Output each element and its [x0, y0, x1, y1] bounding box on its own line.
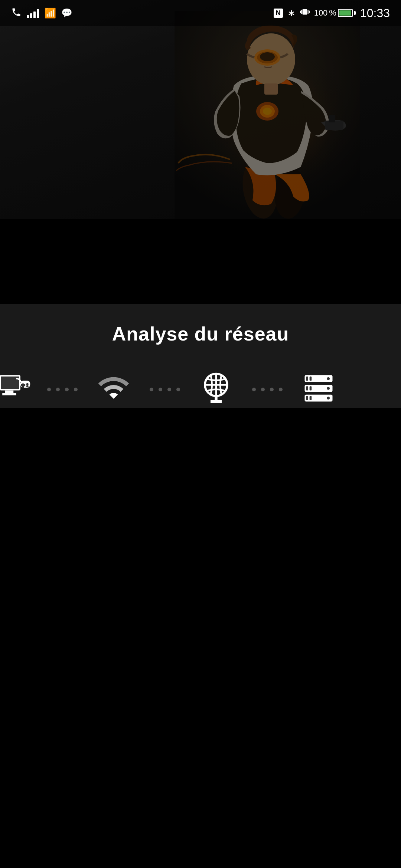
wifi-icon-wrapper: [93, 367, 134, 408]
server-icon: [302, 371, 335, 404]
hero-overlay: [0, 0, 401, 219]
svg-rect-17: [2, 393, 16, 395]
globe-icon: [199, 371, 233, 404]
black-gap: [0, 219, 401, 304]
globe-icon-wrapper: [196, 367, 237, 408]
svg-rect-38: [310, 396, 312, 400]
gamepad-icon-wrapper: [0, 367, 35, 408]
wifi-icon: [97, 371, 130, 404]
svg-point-22: [26, 385, 29, 387]
dot: [252, 388, 256, 391]
dot: [74, 388, 78, 391]
svg-rect-37: [306, 396, 308, 400]
vibrate-icon: [300, 7, 310, 19]
nfc-icon: N: [274, 9, 283, 18]
dot: [261, 388, 265, 391]
signal-icon: [27, 8, 39, 18]
dot: [167, 388, 171, 391]
connector-3: [246, 388, 289, 391]
svg-point-21: [26, 383, 29, 385]
dot: [47, 388, 51, 391]
gamepad-icon: [0, 371, 32, 404]
bluetooth-icon: ∗: [287, 7, 296, 19]
server-icon-wrapper: [298, 367, 339, 408]
status-left-icons: 📶 💬: [11, 7, 72, 19]
bottom-section: [0, 408, 401, 868]
svg-point-35: [327, 387, 330, 390]
svg-point-39: [327, 397, 330, 400]
svg-rect-16: [5, 391, 14, 394]
svg-rect-34: [310, 386, 312, 390]
wifi-status-icon: 📶: [44, 7, 56, 19]
messenger-icon: 💬: [61, 8, 72, 18]
status-time: 10:33: [360, 6, 390, 20]
battery-icon: 100%: [314, 8, 356, 18]
hero-section: [0, 0, 401, 219]
dot: [279, 388, 283, 391]
dot: [270, 388, 274, 391]
connector-1: [41, 388, 84, 391]
dot: [56, 388, 60, 391]
dot: [65, 388, 69, 391]
network-title: Analyse du réseau: [0, 323, 401, 345]
status-bar: 📶 💬 N ∗ 100% 10:33: [0, 0, 401, 26]
connector-2: [143, 388, 186, 391]
status-right-icons: N ∗ 100% 10:33: [274, 6, 390, 20]
svg-rect-30: [310, 377, 312, 381]
dot: [150, 388, 153, 391]
dot: [159, 388, 162, 391]
svg-rect-29: [306, 377, 308, 381]
dot: [176, 388, 180, 391]
phone-icon: [11, 7, 22, 19]
svg-rect-33: [306, 386, 308, 390]
svg-rect-20: [21, 384, 25, 387]
svg-point-31: [327, 377, 330, 380]
